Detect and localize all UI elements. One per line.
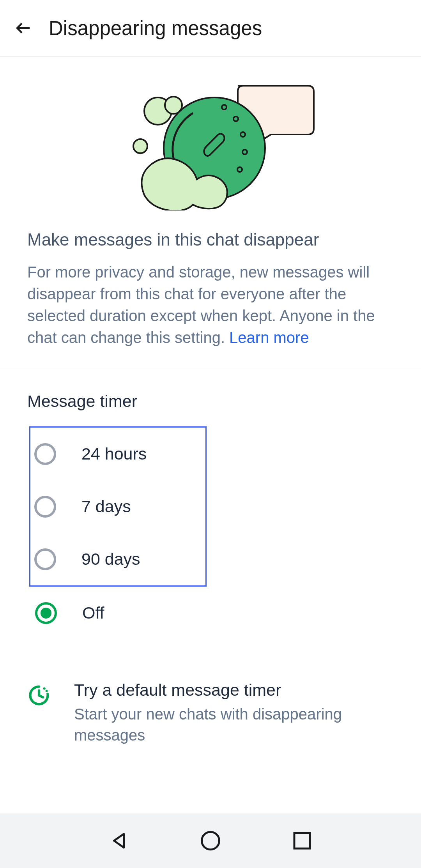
arrow-left-icon	[14, 19, 33, 37]
intro-section: Make messages in this chat disappear For…	[0, 230, 421, 348]
svg-point-12	[46, 693, 49, 695]
default-timer-row[interactable]: Try a default message timer Start your n…	[0, 659, 421, 767]
timer-option-label: 24 hours	[81, 444, 147, 463]
default-timer-subtitle: Start your new chats with disappearing m…	[74, 704, 394, 746]
svg-point-10	[43, 688, 46, 690]
svg-line-14	[39, 695, 43, 697]
default-timer-content: Try a default message timer Start your n…	[74, 681, 394, 746]
intro-description: For more privacy and storage, new messag…	[27, 261, 394, 348]
square-recent-icon	[290, 829, 314, 852]
timer-icon	[27, 684, 51, 707]
message-timer-title: Message timer	[27, 392, 394, 411]
app-header: Disappearing messages	[0, 0, 421, 57]
intro-title: Make messages in this chat disappear	[27, 230, 394, 249]
radio-unchecked-icon	[34, 496, 56, 518]
radio-checked-icon	[35, 602, 57, 624]
timer-option-label: 7 days	[81, 497, 131, 516]
circle-home-icon	[199, 829, 222, 852]
svg-point-11	[46, 690, 48, 692]
illustration-container	[0, 57, 421, 230]
nav-home-button[interactable]	[199, 829, 222, 852]
back-button[interactable]	[14, 18, 33, 38]
svg-point-15	[202, 832, 219, 850]
learn-more-link[interactable]: Learn more	[229, 329, 309, 346]
message-timer-section: Message timer 24 hours 7 days 90 days Of…	[0, 368, 421, 659]
svg-point-8	[165, 97, 182, 114]
timer-option-90-days[interactable]: 90 days	[30, 533, 205, 585]
timer-option-7-days[interactable]: 7 days	[30, 480, 205, 533]
nav-back-button[interactable]	[107, 829, 131, 852]
svg-point-9	[133, 139, 147, 153]
nav-recent-button[interactable]	[290, 829, 314, 852]
radio-unchecked-icon	[34, 548, 56, 570]
intro-description-text: For more privacy and storage, new messag…	[27, 263, 375, 346]
disappearing-messages-illustration	[105, 78, 316, 210]
page-title: Disappearing messages	[49, 17, 262, 40]
timer-option-24-hours[interactable]: 24 hours	[30, 428, 205, 480]
radio-unchecked-icon	[34, 443, 56, 465]
timer-option-label: Off	[82, 603, 104, 622]
timer-option-label: 90 days	[81, 550, 140, 569]
android-nav-bar	[0, 813, 421, 868]
triangle-back-icon	[107, 829, 131, 852]
svg-rect-16	[294, 833, 310, 849]
default-timer-title: Try a default message timer	[74, 681, 394, 700]
timer-options-highlight: 24 hours 7 days 90 days	[29, 426, 207, 587]
timer-option-off[interactable]: Off	[29, 587, 394, 639]
